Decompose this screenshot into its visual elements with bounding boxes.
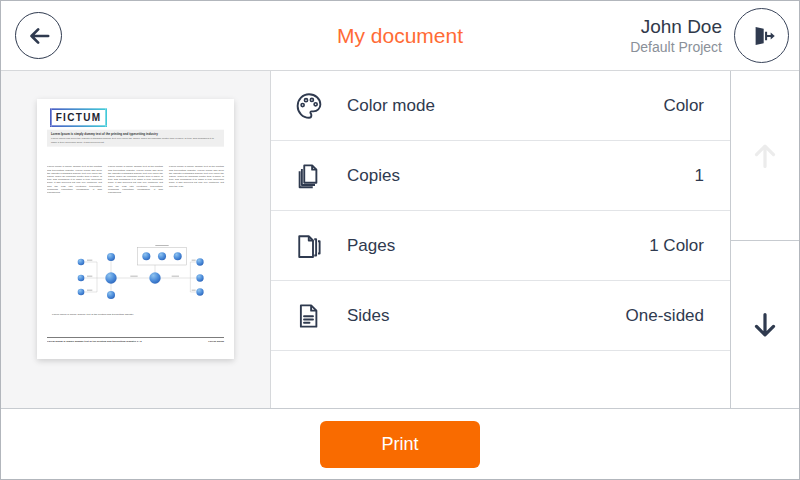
document-abstract-text: Lorem Ipsum has been the industry's stan… (51, 137, 220, 143)
sides-icon (291, 298, 327, 334)
user-block: John Doe Default Project (630, 15, 722, 56)
scroll-column (730, 71, 799, 408)
print-release-screen: My document John Doe Default Project FIC… (0, 0, 800, 480)
setting-row-sides[interactable]: Sides One-sided (271, 281, 730, 351)
print-button[interactable]: Print (320, 421, 480, 468)
setting-label: Pages (347, 236, 395, 256)
arrow-up-icon (748, 139, 782, 173)
palette-icon (291, 88, 327, 124)
document-caption: Lorem Ipsum is simply dummy text of the … (52, 313, 134, 316)
document-footer-rule (47, 337, 224, 338)
setting-row-color-mode[interactable]: Color mode Color (271, 71, 730, 141)
setting-label: Color mode (347, 96, 435, 116)
print-settings-list: Color mode Color Copies 1 (271, 71, 730, 408)
document-abstract: Lorem Ipsum is simply dummy text of the … (47, 130, 224, 147)
setting-value: 1 Color (649, 236, 704, 256)
document-footer: Lorem Ipsum is simply dummy text of the … (47, 340, 224, 343)
pages-icon (291, 228, 327, 264)
document-heading: Lorem Ipsum is simply dummy text of the … (51, 132, 220, 135)
header: My document John Doe Default Project (1, 1, 799, 71)
scroll-down-button[interactable] (731, 241, 799, 408)
document-column: Lorem Ipsum is simply dummy text of the … (169, 165, 224, 194)
copies-icon (291, 158, 327, 194)
document-logo: FICTUM (50, 108, 107, 127)
document-column: Lorem Ipsum is simply dummy text of the … (108, 165, 163, 194)
document-footer-right: Lorem Ipsum (208, 340, 224, 343)
scroll-up-button[interactable] (731, 71, 799, 241)
setting-row-pages[interactable]: Pages 1 Color (271, 211, 730, 281)
document-column: Lorem Ipsum is simply dummy text of the … (47, 165, 102, 194)
user-name: John Doe (630, 15, 722, 39)
document-footer-left: Lorem Ipsum is simply dummy text of the … (47, 340, 142, 343)
document-page-thumbnail: FICTUM Lorem Ipsum is simply dummy text … (37, 99, 234, 359)
logout-button[interactable] (734, 8, 789, 63)
user-project: Default Project (630, 39, 722, 57)
main-content: FICTUM Lorem Ipsum is simply dummy text … (1, 71, 799, 409)
setting-value: One-sided (626, 306, 704, 326)
setting-value: 1 (695, 166, 704, 186)
arrow-left-icon (24, 21, 54, 51)
logout-door-icon (745, 19, 779, 53)
setting-label: Copies (347, 166, 400, 186)
arrow-down-icon (748, 308, 782, 342)
action-bar: Print (1, 409, 799, 479)
setting-label: Sides (347, 306, 390, 326)
document-body-columns: Lorem Ipsum is simply dummy text of the … (47, 165, 224, 194)
back-button[interactable] (15, 12, 62, 59)
document-bubble-diagram (47, 245, 224, 302)
setting-value: Color (663, 96, 704, 116)
document-preview-panel[interactable]: FICTUM Lorem Ipsum is simply dummy text … (1, 71, 271, 408)
setting-row-copies[interactable]: Copies 1 (271, 141, 730, 211)
